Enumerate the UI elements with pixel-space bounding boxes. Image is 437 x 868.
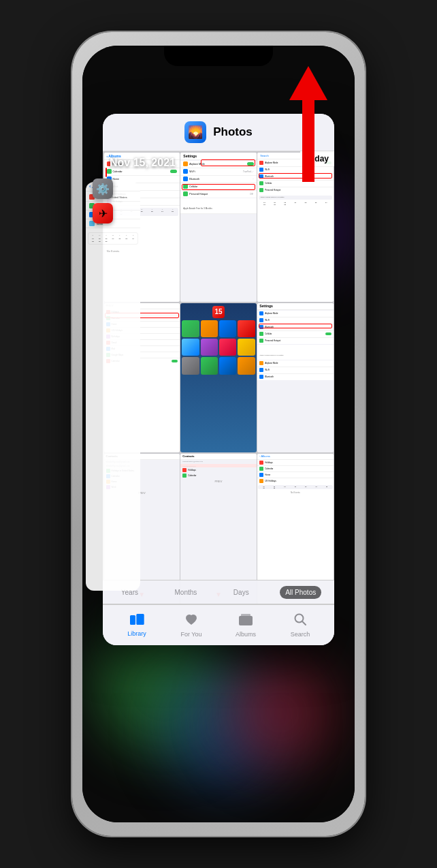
svg-rect-0 [130,615,135,625]
left-dock-icons: ⚙️ ✈ [93,179,113,223]
background-app-card-left: ‹ Albums Holidays in United States Calen… [86,182,140,591]
notch [164,46,273,66]
spark-icon: ✈ [93,203,113,223]
svg-line-6 [302,621,306,625]
switcher-settings-1[interactable]: Settings Airplane Mode Wi-FiTrueFind...›… [180,153,256,303]
svg-rect-4 [241,614,250,617]
nav-albums[interactable]: Albums [218,613,273,638]
tab-days[interactable]: Days [228,586,255,599]
library-icon [129,613,144,629]
screen: ‹ Albums Holidays in United States Calen… [82,46,355,822]
for-you-icon [184,613,199,630]
library-label: Library [127,630,146,637]
bottom-nav: Library For You [103,604,334,645]
search-icon [293,613,307,630]
tab-all-photos[interactable]: All Photos [280,586,321,599]
albums-label: Albums [236,631,256,638]
for-you-label: For You [180,631,201,638]
albums-icon [238,613,253,630]
settings-icon: ⚙️ [93,179,113,199]
date-overlay: Nov 15, 2021 [103,151,212,172]
arrow-shaft [302,100,314,182]
arrow-head [289,66,327,100]
nav-search[interactable]: Search [273,613,327,638]
nav-for-you[interactable]: For You [164,613,218,638]
svg-rect-2 [137,614,144,625]
red-up-arrow [289,66,327,182]
nav-library[interactable]: Library [110,613,164,637]
card-app-title: Photos [213,125,253,139]
photos-app-icon: 🌄 [184,121,206,143]
switcher-homescreen[interactable]: 15 [180,303,256,453]
phone-frame: ‹ Albums Holidays in United States Calen… [72,32,365,836]
search-label: Search [291,631,310,638]
svg-rect-3 [239,616,253,625]
bg-blob-red [225,659,334,768]
tab-months[interactable]: Months [169,586,203,599]
switcher-settings-2[interactable]: Settings Airplane Mode Wi-Fi Bluetooth C… [257,303,333,453]
phone-screen: ‹ Albums Holidays in United States Calen… [82,46,355,822]
